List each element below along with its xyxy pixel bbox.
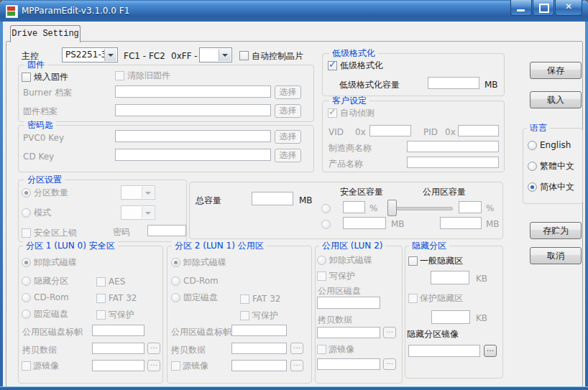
language-radio-traditional[interactable] <box>528 162 537 171</box>
lun0-cdrom-label: CD-Rom <box>34 292 69 302</box>
lun2-removable-label: 卸除式磁碟 <box>329 255 372 265</box>
controller-select[interactable]: PS2251-38 <box>62 47 118 62</box>
minimize-button[interactable] <box>510 0 532 16</box>
lun2-source-image-checkbox <box>317 345 326 354</box>
titlebar[interactable]: MPParamEdit-v3.1.0.0 F1 ✕ <box>0 0 588 22</box>
pvc0-key-label: PVC0 Key <box>23 133 64 143</box>
close-button[interactable]: ✕ <box>555 0 582 16</box>
auto-chip-label: 自动控制晶片 <box>252 51 303 61</box>
fc-value-select[interactable] <box>199 47 232 62</box>
lowlevel-format-checkbox[interactable]: ✓ <box>328 61 337 70</box>
secure-mb-input <box>343 217 386 229</box>
secure-lock-checkbox <box>22 228 31 238</box>
lun0-hidden-radio <box>22 277 31 286</box>
lun2-source-image-browse-button: ... <box>383 358 396 370</box>
lowlevel-format-label: 低级格式化 <box>340 60 383 70</box>
burner-file-label: Burner 档案 <box>23 88 72 98</box>
lun0-disk-label: 公用区磁盘标帜 <box>22 327 83 337</box>
chevron-down-icon <box>104 49 116 61</box>
vid-input <box>369 125 411 136</box>
save-button[interactable]: 保存 <box>530 62 582 79</box>
capacity-slider-thumb[interactable] <box>387 200 397 216</box>
lowlevel-capacity-input[interactable] <box>428 77 479 89</box>
lun1-fat32-label: FAT 32 <box>252 294 281 304</box>
lun1-group-title: 分区 2 (LUN 1) 公用区 <box>172 241 267 251</box>
lun0-copy-data-label: 拷贝数据 <box>22 345 57 355</box>
hex-prefix-label: 0xFF - <box>171 51 198 61</box>
language-radio-english[interactable] <box>528 141 537 150</box>
language-label-traditional: 繁體中文 <box>540 161 574 171</box>
lun0-aes-label: AES <box>109 277 125 287</box>
lun0-write-protect-label: 写保护 <box>109 310 134 320</box>
product-name-input <box>407 157 499 168</box>
lun0-hidden-label: 隐藏分区 <box>34 276 68 286</box>
auto-detect-label: 自动侦测 <box>340 108 375 118</box>
lun0-source-image-checkbox <box>22 361 31 371</box>
vendor-name-input <box>407 141 499 152</box>
lun2-copy-data-input <box>317 327 380 338</box>
burn-firmware-label: 燒入固件 <box>34 72 68 82</box>
lun0-source-image-browse-button: ... <box>147 360 160 371</box>
partition-count-select <box>121 185 155 200</box>
lun1-copy-data-input <box>231 343 287 354</box>
public-percent-input <box>459 201 482 213</box>
load-button[interactable]: 载入 <box>530 91 582 108</box>
cancel-button[interactable]: 取消 <box>530 247 582 264</box>
lun1-write-protect-label: 写保护 <box>252 310 278 320</box>
check-icon: ✓ <box>329 106 336 117</box>
clear-old-firmware-label: 清除旧固件 <box>127 70 170 80</box>
lun2-copy-data-label: 拷贝数据 <box>318 315 352 325</box>
window-title: MPParamEdit-v3.1.0.0 F1 <box>22 6 129 16</box>
total-capacity-unit: MB <box>299 195 313 205</box>
lun1-cdrom-radio <box>171 277 180 286</box>
mode-radio <box>22 208 31 218</box>
language-label-simplified: 简体中文 <box>540 182 574 192</box>
burner-browse-button: 选择 <box>275 85 301 99</box>
lun2-write-protect-checkbox <box>317 271 326 281</box>
firmware-file-label: 固件档案 <box>23 106 58 116</box>
pid-hex-prefix: 0x <box>445 127 456 137</box>
password-label: 密码 <box>113 227 130 237</box>
lun1-copy-data-label: 拷贝数据 <box>171 345 206 355</box>
lun0-fixed-radio <box>22 310 31 319</box>
window-border-right <box>585 22 588 390</box>
lun1-cdrom-label: CD-Rom <box>183 276 219 286</box>
pvc0-key-input <box>115 130 271 142</box>
partition-count-radio <box>22 188 31 198</box>
lun2-disk-label: 公用区磁盘 <box>318 286 361 296</box>
lun0-fat32-checkbox <box>96 294 106 303</box>
save-as-button[interactable]: 存贮为 <box>530 222 582 239</box>
hidden-image-input[interactable] <box>408 345 480 357</box>
firmware-group-title: 固件 <box>24 60 47 70</box>
lun1-source-image-browse-button: ... <box>290 360 303 371</box>
lun1-fixed-radio <box>171 293 180 302</box>
product-name-label: 产品名称 <box>329 159 363 169</box>
fc-range-label: FC1 - FC2 <box>124 51 165 61</box>
capacity-slider-track[interactable] <box>392 207 453 210</box>
lun2-group-title: 公用区 (LUN 2) <box>319 241 385 251</box>
clear-old-firmware-checkbox <box>115 71 124 80</box>
app-icon <box>6 5 18 18</box>
lun0-write-protect-checkbox <box>96 310 106 320</box>
hidden-normal-size-input[interactable] <box>431 271 469 284</box>
auto-chip-checkbox[interactable] <box>239 51 249 60</box>
lun1-write-protect-checkbox <box>240 311 249 320</box>
total-capacity-input[interactable] <box>252 192 293 205</box>
total-capacity-label: 总容量 <box>196 195 221 205</box>
hidden-normal-checkbox[interactable] <box>408 256 418 266</box>
hidden-image-browse-button[interactable]: ... <box>484 345 497 357</box>
hidden-partition-title: 隐藏分区 <box>409 241 449 251</box>
vid-hex-prefix: 0x <box>355 127 366 137</box>
lun0-removable-radio <box>22 258 31 267</box>
chevron-down-icon <box>142 187 154 198</box>
burn-firmware-checkbox[interactable] <box>22 73 31 82</box>
pid-input <box>458 125 499 136</box>
secure-percent-input <box>343 201 365 213</box>
public-mb-input <box>440 217 482 229</box>
customer-group-title: 客户设定 <box>329 96 369 106</box>
tab-drive-setting[interactable]: Drive Setting <box>10 25 81 42</box>
hidden-normal-unit: KB <box>476 274 487 284</box>
maximize-button[interactable] <box>533 0 554 16</box>
language-radio-simplified[interactable] <box>528 182 537 192</box>
pid-label: PID <box>423 127 438 137</box>
